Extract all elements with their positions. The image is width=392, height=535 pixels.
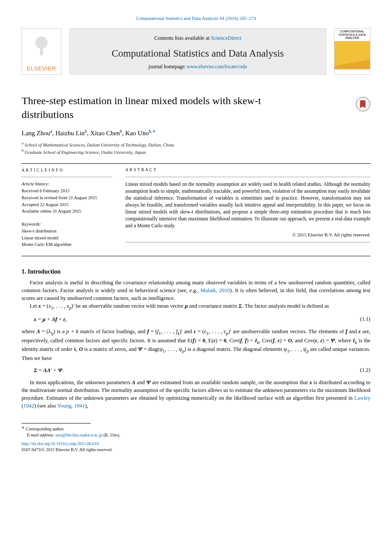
citation-link[interactable]: Lawley — [354, 395, 370, 401]
email-link[interactable]: uno@bm.hus.osaka-u.ac.jp — [55, 433, 102, 437]
journal-name: Computational Statistics and Data Analys… — [112, 47, 284, 61]
article-info-column: A R T I C L E I N F O Article history: R… — [22, 167, 112, 248]
keyword: Skew-t distribution — [22, 228, 112, 235]
elsevier-wordmark: ELSEVIER — [27, 65, 56, 74]
banner-center: Contents lists available at ScienceDirec… — [69, 28, 326, 75]
keyword: Monte Carlo EM algorithm — [22, 241, 112, 248]
corresponding-author-footnote: ∗ Corresponding author. E-mail address: … — [22, 425, 370, 438]
elsevier-logo[interactable]: ELSEVIER — [22, 28, 61, 75]
equation: x = μ + Λf + ε, (1.1) — [22, 315, 370, 323]
contents-available-line: Contents lists available at ScienceDirec… — [154, 35, 241, 42]
keyword: Linear mixed model — [22, 235, 112, 242]
equation-number: (1.1) — [360, 315, 370, 323]
cover-art — [335, 41, 370, 70]
citation-link[interactable]: Mulaik, 2010 — [201, 287, 230, 293]
journal-banner: ELSEVIER Contents lists available at Sci… — [22, 28, 370, 75]
abstract-column: A B S T R A C T Linear mixed models base… — [125, 167, 370, 248]
running-header[interactable]: Computational Statistics and Data Analys… — [22, 15, 370, 22]
cover-title: COMPUTATIONAL STATISTICS & DATA ANALYSIS — [335, 29, 370, 41]
divider — [22, 256, 370, 256]
abstract-header: A B S T R A C T — [125, 167, 370, 173]
body-paragraph: In most applications, the unknown parame… — [22, 379, 370, 410]
divider — [22, 163, 370, 164]
cover-footer — [335, 69, 370, 74]
journal-cover-thumbnail[interactable]: COMPUTATIONAL STATISTICS & DATA ANALYSIS — [334, 28, 370, 75]
body-paragraph: Factor analysis is useful in describing … — [22, 279, 370, 311]
article-info-header: A R T I C L E I N F O — [22, 167, 112, 173]
footnote-divider — [22, 423, 91, 424]
divider — [22, 177, 112, 177]
author-3[interactable]: Xitao Chen — [90, 130, 120, 137]
divider — [125, 177, 370, 177]
equation: Σ = ΛΛ′ + Ψ. (1.2) — [22, 366, 370, 374]
article-title: Three-step estimation in linear mixed mo… — [22, 94, 307, 121]
journal-homepage-link[interactable]: www.elsevier.com/locate/csda — [187, 64, 247, 69]
keywords-header: Keywords: — [22, 221, 112, 228]
authors-line: Lang Zhoua, Haizhu Linb, Xitao Chenb, Ka… — [22, 128, 370, 138]
elsevier-tree-icon — [25, 31, 58, 64]
copyright-line: © 2015 Elsevier B.V. All rights reserved… — [125, 232, 370, 238]
citation-link[interactable]: 1942 — [23, 403, 34, 409]
doi-link[interactable]: http://dx.doi.org/10.1016/j.csda.2015.08… — [22, 441, 99, 446]
abstract-text: Linear mixed models based on the normali… — [125, 181, 370, 229]
sciencedirect-link[interactable]: ScienceDirect — [211, 35, 241, 41]
journal-homepage-line: journal homepage: www.elsevier.com/locat… — [149, 63, 247, 70]
section-heading: 1. Introduction — [22, 268, 370, 276]
body-paragraph: where Λ = (λij) is a p × k matrix of fac… — [22, 328, 370, 362]
citation-link[interactable]: Young, 1941 — [57, 403, 85, 409]
doi-line: http://dx.doi.org/10.1016/j.csda.2015.08… — [22, 441, 370, 453]
author-4[interactable]: Kao Uno — [125, 130, 149, 137]
corresponding-author-link[interactable]: ∗ — [152, 129, 156, 134]
affiliations: a School of Mathematical Sciences, Dalia… — [22, 140, 370, 156]
divider — [125, 242, 370, 242]
author-1[interactable]: Lang Zhou — [22, 130, 50, 137]
crossmark-icon[interactable] — [356, 97, 370, 111]
author-2[interactable]: Haizhu Lin — [55, 130, 85, 137]
equation-number: (1.2) — [360, 366, 370, 374]
